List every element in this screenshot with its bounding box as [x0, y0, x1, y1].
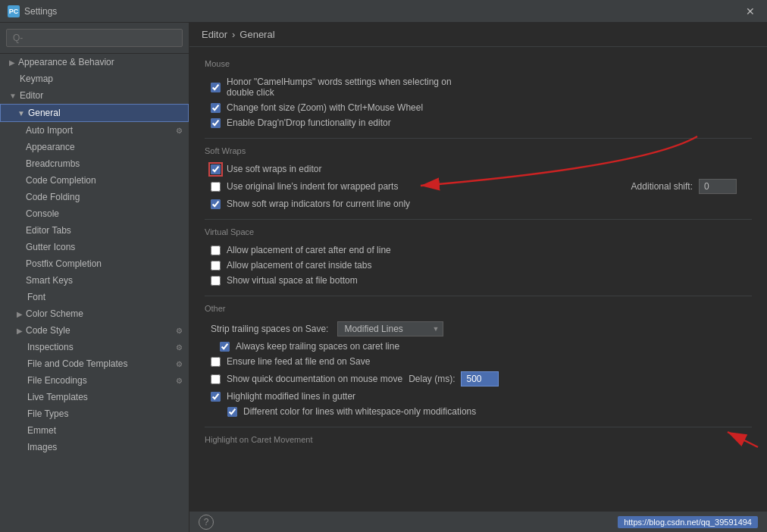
checkbox-original-indent: Use original line's indent for wrapped p…: [211, 177, 737, 196]
checkbox-different-color: Different color for lines with whitespac…: [227, 404, 752, 419]
expand-arrow: ▶: [9, 58, 15, 67]
sidebar-item-editor-tabs[interactable]: Editor Tabs: [0, 222, 189, 239]
title-bar: PC Settings ✕: [0, 0, 767, 23]
expand-arrow-general: ▼: [17, 109, 25, 117]
checkbox-caret-inside-tabs: Allow placement of caret inside tabs: [211, 258, 752, 273]
sidebar-item-appearance[interactable]: Appearance: [0, 139, 189, 155]
sidebar-item-code-completion[interactable]: Code Completion: [0, 172, 189, 189]
checkbox-vspace-bottom-input[interactable]: [211, 276, 221, 286]
content-area: Editor › General Mouse Honor "CamelHumps…: [189, 23, 767, 511]
search-box: [0, 23, 189, 54]
sidebar-item-auto-import[interactable]: Auto Import ⚙: [0, 122, 189, 139]
checkbox-caret-after-end: Allow placement of caret after end of li…: [211, 243, 752, 258]
sidebar-item-images[interactable]: Images: [0, 439, 189, 455]
sidebar-item-code-style[interactable]: ▶ Code Style ⚙: [0, 322, 189, 339]
checkbox-soft-wraps-label: Use soft wraps in editor: [227, 164, 321, 174]
sidebar-item-appearance-behavior[interactable]: ▶ Appearance & Behavior: [0, 54, 189, 70]
title-bar-left: PC Settings: [8, 5, 57, 17]
checkbox-use-soft-wraps: Use soft wraps in editor: [211, 161, 752, 177]
sidebar-item-postfix-completion[interactable]: Postfix Completion: [0, 255, 189, 272]
breadcrumb: Editor › General: [189, 23, 767, 47]
window-title: Settings: [24, 6, 57, 17]
checkbox-quick-doc-input[interactable]: [211, 374, 221, 384]
checkbox-caret-tabs-label: Allow placement of caret inside tabs: [227, 260, 371, 271]
sidebar-item-keymap[interactable]: Keymap: [0, 70, 189, 87]
strip-trailing-row: Strip trailing spaces on Save: None All …: [211, 319, 752, 339]
breadcrumb-parent: Editor: [202, 29, 227, 40]
checkbox-line-feed: Ensure line feed at file end on Save: [211, 354, 752, 369]
search-input[interactable]: [6, 29, 183, 47]
settings-content: Mouse Honor "CamelHumps" words settings …: [189, 47, 767, 511]
sidebar-item-file-encodings[interactable]: File Encodings ⚙: [0, 372, 189, 389]
checkbox-virtual-space-bottom: Show virtual space at file bottom: [211, 273, 752, 288]
checkbox-drag-drop: Enable Drag'n'Drop functionality in edit…: [211, 115, 752, 130]
checkbox-line-feed-label: Ensure line feed at file end on Save: [227, 356, 370, 367]
sidebar-item-gutter-icons[interactable]: Gutter Icons: [0, 239, 189, 255]
help-button[interactable]: ?: [199, 515, 214, 530]
main-layout: ▶ Appearance & Behavior Keymap ▼ Editor …: [0, 23, 767, 532]
sidebar-item-inspections[interactable]: Inspections ⚙: [0, 339, 189, 355]
breadcrumb-current: General: [239, 29, 274, 40]
checkbox-diff-color-label: Different color for lines with whitespac…: [243, 406, 476, 417]
content-wrapper: Editor › General Mouse Honor "CamelHumps…: [189, 23, 767, 532]
sidebar-item-smart-keys[interactable]: Smart Keys: [0, 272, 189, 289]
checkbox-soft-wrap-indicators: Show soft wrap indicators for current li…: [211, 196, 752, 211]
sidebar-item-general[interactable]: ▼ General: [0, 104, 189, 122]
sidebar-item-emmet[interactable]: Emmet: [0, 422, 189, 439]
checkbox-camelhumps-input[interactable]: [211, 83, 221, 92]
checkbox-font-size-input[interactable]: [211, 103, 221, 113]
checkbox-caret-tabs-input[interactable]: [211, 261, 221, 271]
settings-indicator-2: ⚙: [176, 327, 183, 335]
sidebar: ▶ Appearance & Behavior Keymap ▼ Editor …: [0, 23, 189, 532]
sidebar-item-file-code-templates[interactable]: File and Code Templates ⚙: [0, 355, 189, 372]
checkbox-highlight-mod-input[interactable]: [211, 392, 221, 402]
checkbox-always-trailing: Always keep trailing spaces on caret lin…: [220, 339, 752, 354]
close-button[interactable]: ✕: [741, 4, 759, 19]
checkbox-diff-color-input[interactable]: [227, 407, 237, 417]
sidebar-item-color-scheme[interactable]: ▶ Color Scheme: [0, 305, 189, 322]
checkbox-always-trailing-label: Always keep trailing spaces on caret lin…: [236, 341, 399, 352]
additional-shift-input[interactable]: [699, 179, 737, 194]
checkbox-quick-doc-label: Show quick documentation on mouse move: [227, 374, 402, 384]
checkbox-line-feed-input[interactable]: [211, 357, 221, 367]
other-section-title: Other: [205, 304, 752, 313]
checkbox-highlight-modified: Highlight modified lines in gutter: [211, 389, 752, 404]
checkbox-soft-wraps-input[interactable]: [211, 164, 221, 174]
sidebar-item-breadcrumbs[interactable]: Breadcrumbs: [0, 155, 189, 172]
checkbox-caret-end-label: Allow placement of caret after end of li…: [227, 245, 391, 255]
checkbox-vspace-bottom-label: Show virtual space at file bottom: [227, 275, 358, 286]
delay-input[interactable]: [461, 371, 499, 386]
sidebar-item-live-templates[interactable]: Live Templates: [0, 389, 189, 405]
checkbox-camelhumps-label: Honor "CamelHumps" words settings when s…: [227, 77, 452, 98]
expand-arrow-color: ▶: [17, 310, 23, 318]
checkbox-drag-drop-input[interactable]: [211, 118, 221, 128]
checkbox-caret-end-input[interactable]: [211, 246, 221, 255]
sidebar-item-file-types[interactable]: File Types: [0, 405, 189, 422]
checkbox-original-indent-input[interactable]: [211, 182, 221, 192]
quick-doc-row: Show quick documentation on mouse move D…: [211, 369, 752, 389]
strip-trailing-dropdown[interactable]: None All Modified Lines: [337, 321, 443, 336]
expand-arrow-code-style: ▶: [17, 327, 23, 335]
sidebar-item-editor[interactable]: ▼ Editor: [0, 87, 189, 104]
breadcrumb-separator: ›: [232, 29, 235, 40]
sidebar-item-console[interactable]: Console: [0, 205, 189, 222]
strip-trailing-label: Strip trailing spaces on Save:: [211, 324, 328, 334]
additional-shift-field: Additional shift:: [631, 179, 737, 194]
checkbox-soft-wrap-ind-input[interactable]: [211, 199, 221, 209]
bottom-bar: ? https://blog.csdn.net/qq_39591494: [189, 511, 767, 532]
settings-indicator-3: ⚙: [176, 343, 183, 352]
mouse-section-title: Mouse: [205, 59, 752, 68]
sidebar-item-code-folding[interactable]: Code Folding: [0, 189, 189, 205]
checkbox-drag-drop-label: Enable Drag'n'Drop functionality in edit…: [227, 117, 391, 128]
sidebar-item-font[interactable]: Font: [0, 289, 189, 305]
strip-trailing-dropdown-wrapper: None All Modified Lines: [337, 321, 443, 336]
checkbox-camelhumps: Honor "CamelHumps" words settings when s…: [211, 74, 752, 100]
url-indicator: https://blog.csdn.net/qq_39591494: [618, 516, 758, 528]
soft-wraps-title: Soft Wraps: [205, 146, 752, 155]
checkbox-font-size: Change font size (Zoom) with Ctrl+Mouse …: [211, 100, 752, 115]
checkbox-always-trailing-input[interactable]: [220, 342, 230, 352]
checkbox-soft-wrap-ind-label: Show soft wrap indicators for current li…: [227, 199, 410, 209]
checkbox-original-indent-label: Use original line's indent for wrapped p…: [227, 181, 398, 192]
settings-indicator-5: ⚙: [176, 377, 183, 385]
virtual-space-title: Virtual Space: [205, 227, 752, 236]
